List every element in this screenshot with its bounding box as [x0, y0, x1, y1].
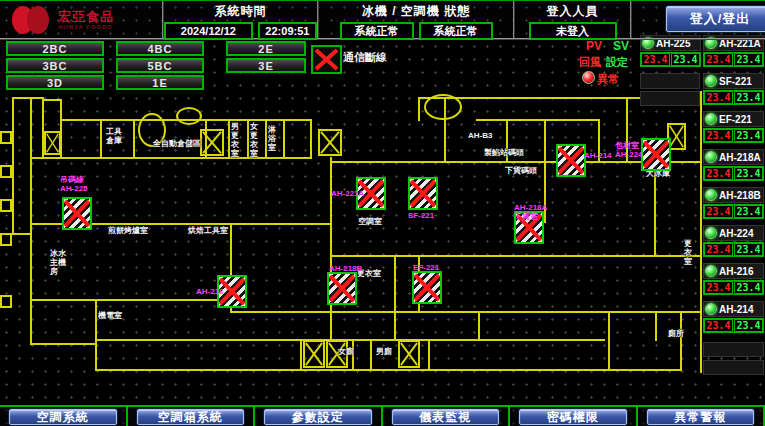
door-mark	[0, 131, 12, 144]
comm-fail-x-icon	[414, 273, 440, 302]
unit-values: 23.4 23.4	[703, 242, 764, 257]
device-label: AH-221A	[331, 189, 364, 198]
sv-value: 23.4	[734, 53, 763, 66]
unit-block: AH-218B 23.4 23.4	[703, 187, 764, 219]
room-label: 冰水主機房	[50, 249, 66, 276]
wall-segment	[428, 339, 430, 369]
nav-button[interactable]: 異常警報	[647, 409, 755, 425]
stair-icon	[318, 129, 342, 156]
ahu-comm-fail-marker[interactable]: 包材室AH-224	[641, 138, 671, 171]
floor-button[interactable]: 3D	[6, 75, 104, 90]
pv-value: 23.4	[704, 281, 733, 294]
unit-name: EF-221	[719, 114, 752, 125]
company-logo-icon	[12, 5, 52, 35]
unit-button[interactable]: AH-218B	[703, 187, 764, 203]
unit-values: 23.4 23.4	[703, 128, 764, 143]
room-label: 全自動倉儲區	[153, 139, 201, 148]
unit-name: AH-224	[719, 228, 753, 239]
room-label: 男廁	[376, 347, 392, 356]
nav-cell: 空調箱系統	[128, 407, 256, 426]
chiller-status-value: 系統正常	[340, 22, 414, 40]
comm-fail-legend-icon	[311, 45, 342, 74]
nav-button[interactable]: 參數設定	[264, 409, 372, 425]
machine-status-label: 冰機 / 空調機 狀態	[319, 1, 513, 20]
unit-button[interactable]: AH-224	[703, 225, 764, 241]
unit-name: SF-221	[719, 76, 752, 87]
pv-value: 23.4	[704, 319, 733, 332]
device-label: EF-221	[413, 263, 439, 272]
unit-values: 23.4 23.4	[640, 52, 701, 67]
stair-icon	[398, 340, 420, 368]
status-light-icon	[705, 265, 717, 277]
machine-status-section: 冰機 / 空調機 狀態 系統正常 系統正常	[319, 1, 515, 38]
floor-button[interactable]: 2E	[226, 41, 306, 56]
wall-segment	[655, 313, 657, 341]
wall-segment	[680, 311, 682, 371]
floor-button[interactable]: 5BC	[116, 58, 204, 73]
login-button-area: 登入/登出	[632, 1, 765, 38]
nav-button[interactable]: 密碼權限	[519, 409, 627, 425]
unit-button[interactable]: SF-221	[703, 73, 764, 89]
wall-segment	[228, 119, 230, 157]
comm-fail-legend-label: 通信斷線	[343, 50, 387, 65]
wall-segment	[30, 157, 312, 159]
wall-segment	[300, 339, 302, 369]
floor-button[interactable]: 3BC	[6, 58, 104, 73]
ahu-comm-fail-marker[interactable]: SF-221	[408, 177, 438, 210]
unit-block: EF-221 23.4 23.4	[703, 111, 764, 143]
nav-button[interactable]: 儀表監視	[392, 409, 500, 425]
unit-button[interactable]: AH-216	[703, 263, 764, 279]
wall-segment	[418, 97, 420, 121]
status-light-icon	[705, 151, 717, 163]
status-light-icon	[705, 227, 717, 239]
ahu-comm-fail-marker[interactable]: AH-218B	[327, 272, 357, 305]
login-user-section: 登入人員 未登入	[515, 1, 632, 38]
unit-values: 23.4 23.4	[703, 204, 764, 219]
sv-value: 23.4	[734, 281, 763, 294]
floor-button[interactable]: 1E	[116, 75, 204, 90]
pv-value: 23.4	[704, 91, 733, 104]
pv-value: 23.4	[641, 53, 670, 66]
ahu-comm-fail-marker[interactable]: AH-218A下貨室	[514, 211, 544, 244]
company-name-en: HUNYA FOODS	[58, 24, 114, 30]
wall-segment	[608, 311, 610, 371]
sv-value: 23.4	[671, 53, 700, 66]
ahu-comm-fail-marker[interactable]: EF-221	[412, 271, 442, 304]
unit-name: AH-218A	[719, 152, 761, 163]
comm-fail-x-icon	[410, 179, 436, 208]
floor-button[interactable]: 2BC	[6, 41, 104, 56]
nav-button[interactable]: 空調箱系統	[137, 409, 245, 425]
empty-panel	[640, 73, 700, 89]
room-label: 更衣室	[684, 239, 692, 266]
room-label: 女廁	[338, 347, 354, 356]
sv-value: 23.4	[734, 205, 763, 218]
nav-button[interactable]: 空調系統	[9, 409, 117, 425]
floor-button[interactable]: 3E	[226, 58, 306, 73]
ahu-comm-fail-marker[interactable]: AH-221A	[356, 177, 386, 210]
wall-segment	[30, 343, 96, 345]
pv-value: 23.4	[704, 205, 733, 218]
pv-value: 23.4	[704, 167, 733, 180]
door-mark	[0, 233, 12, 246]
unit-block: AH-216 23.4 23.4	[703, 263, 764, 295]
room-label: 製餡站碼頭	[484, 148, 524, 157]
device-label: 包材室AH-224	[615, 141, 643, 159]
pv-legend-label: PV	[586, 39, 602, 53]
status-light-icon	[705, 189, 717, 201]
pv-value: 23.4	[704, 129, 733, 142]
ahu-comm-fail-marker[interactable]: 吊碼線AH-225	[62, 197, 92, 230]
floor-button[interactable]: 4BC	[116, 41, 204, 56]
wall-segment	[478, 311, 480, 341]
unit-button[interactable]: EF-221	[703, 111, 764, 127]
ahu-comm-fail-marker[interactable]: AH-216	[217, 275, 247, 308]
sv-value: 23.4	[734, 129, 763, 142]
wall-segment	[330, 255, 702, 257]
unit-button[interactable]: AH-218A	[703, 149, 764, 165]
device-label: SF-221	[408, 211, 434, 220]
login-logout-button[interactable]: 登入/登出	[666, 6, 765, 32]
nav-cell: 參數設定	[255, 407, 383, 426]
ahu-comm-fail-marker[interactable]: AH-214	[556, 144, 586, 177]
unit-button[interactable]: AH-214	[703, 301, 764, 317]
status-light-icon	[705, 303, 717, 315]
device-label: AH-218A下貨室	[514, 203, 547, 221]
